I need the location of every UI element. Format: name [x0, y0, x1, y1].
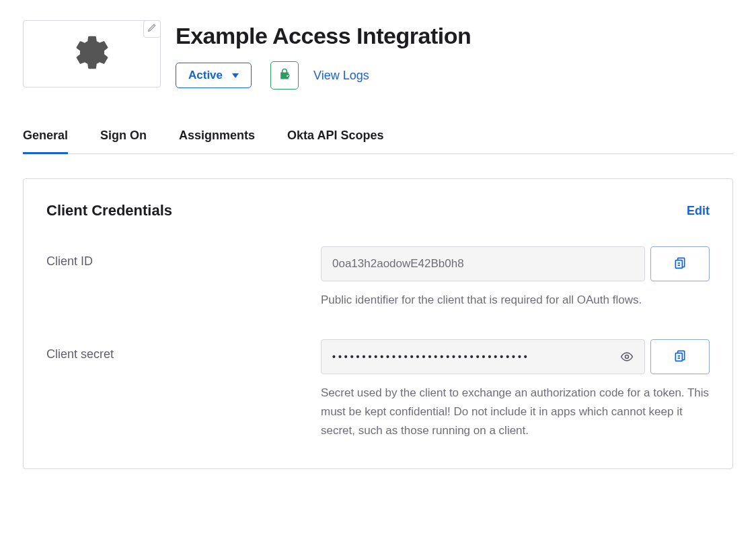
- caret-down-icon: [232, 73, 239, 78]
- gear-icon: [73, 33, 112, 75]
- pencil-icon: [147, 23, 157, 35]
- client-credentials-panel: Client Credentials Edit Client ID 0oa13h…: [23, 178, 733, 469]
- section-title: Client Credentials: [46, 202, 172, 219]
- edit-logo-button[interactable]: [143, 20, 161, 38]
- status-dropdown[interactable]: Active: [176, 63, 252, 88]
- tab-okta-api-scopes[interactable]: Okta API Scopes: [287, 129, 383, 154]
- copy-client-secret-button[interactable]: [650, 339, 710, 374]
- client-id-hint: Public identifier for the client that is…: [321, 291, 710, 310]
- svg-rect-5: [675, 353, 682, 361]
- client-id-label: Client ID: [46, 246, 321, 269]
- client-secret-hint: Secret used by the client to exchange an…: [321, 384, 710, 440]
- eye-icon: [620, 350, 634, 363]
- svg-rect-2: [675, 260, 682, 269]
- copy-client-id-button[interactable]: [650, 246, 710, 281]
- client-id-value: 0oa13h2aodowE42Bb0h8: [332, 257, 464, 271]
- client-secret-field[interactable]: •••••••••••••••••••••••••••••••••: [321, 339, 645, 374]
- edit-credentials-button[interactable]: Edit: [687, 204, 710, 218]
- app-logo-card: [23, 20, 161, 88]
- client-secret-masked: •••••••••••••••••••••••••••••••••: [332, 351, 530, 362]
- clipboard-icon: [673, 349, 687, 365]
- view-logs-link[interactable]: View Logs: [313, 69, 369, 83]
- client-id-field[interactable]: 0oa13h2aodowE42Bb0h8: [321, 246, 645, 281]
- clipboard-icon: [673, 256, 687, 272]
- client-secret-label: Client secret: [46, 339, 321, 361]
- page-title: Example Access Integration: [176, 23, 733, 49]
- status-label: Active: [188, 69, 223, 82]
- reveal-secret-button[interactable]: [620, 350, 634, 363]
- tabs: General Sign On Assignments Okta API Sco…: [23, 129, 733, 154]
- lock-icon: [278, 67, 291, 83]
- tab-general[interactable]: General: [23, 129, 68, 154]
- tab-assignments[interactable]: Assignments: [179, 129, 255, 154]
- svg-point-3: [626, 355, 629, 359]
- tab-sign-on[interactable]: Sign On: [100, 129, 147, 154]
- policy-indicator[interactable]: [270, 61, 299, 90]
